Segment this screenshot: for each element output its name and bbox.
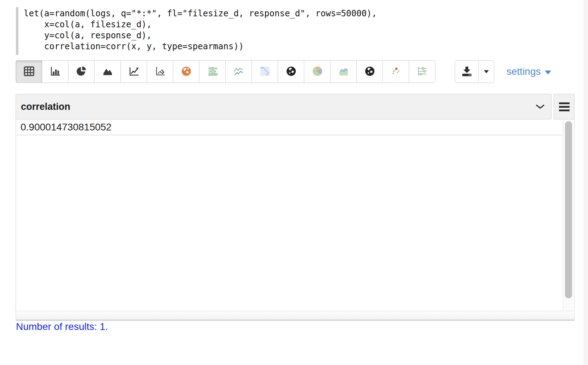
multi-line-chart-button[interactable] — [225, 60, 252, 83]
globe-map-button[interactable] — [278, 60, 304, 83]
code-block: let(a=random(logs, q="*:*", fl="filesize… — [16, 7, 377, 55]
hamburger-icon — [559, 102, 570, 104]
pie-chart-icon — [76, 66, 87, 78]
bar-chart-button[interactable] — [42, 60, 68, 83]
bar-chart-icon — [50, 66, 61, 78]
result-panel-body: 0.900014730815052 — [16, 119, 575, 311]
multi-line-chart-icon — [233, 66, 244, 78]
scatter-chart-icon — [155, 66, 165, 78]
sliders-icon — [417, 66, 428, 78]
download-caret-button[interactable] — [479, 60, 494, 83]
area-chart-button[interactable] — [94, 60, 121, 83]
result-value: 0.900014730815052 — [21, 122, 112, 133]
line-chart-icon — [129, 66, 139, 78]
colored-area-chart-button[interactable] — [330, 60, 357, 83]
download-button[interactable] — [455, 60, 479, 83]
globe-orange-icon — [181, 66, 192, 78]
globe-dark-icon — [285, 66, 297, 78]
download-icon — [461, 66, 473, 78]
result-row: 0.900014730815052 — [16, 119, 563, 135]
colored-scatter-button[interactable] — [383, 60, 409, 83]
scatter-chart-button[interactable] — [147, 60, 173, 83]
code-line: correlation=corr(x, y, type=spearmans)) — [24, 41, 377, 52]
line-chart-button[interactable] — [120, 60, 147, 83]
sliders-chart-button[interactable] — [409, 60, 435, 83]
download-group — [455, 60, 494, 83]
result-panel-header[interactable]: correlation — [16, 94, 552, 119]
vertical-scrollbar[interactable] — [563, 119, 574, 311]
settings-label: settings — [507, 66, 541, 77]
code-line: let(a=random(logs, q="*:*", fl="filesize… — [24, 8, 377, 19]
results-count: Number of results: 1. — [16, 320, 108, 333]
globe-dark-icon — [364, 66, 375, 78]
table-icon — [24, 66, 34, 77]
bubble-matrix-button[interactable] — [199, 60, 226, 83]
pie-chart-button[interactable] — [68, 60, 95, 83]
area-color-icon — [338, 66, 349, 78]
table-view-button[interactable] — [16, 60, 42, 83]
panel-title: correlation — [21, 101, 70, 112]
code-line: x=col(a, filesize_d), — [24, 19, 377, 30]
heatmap-chart-button[interactable] — [251, 60, 278, 83]
pie-color-icon — [312, 66, 323, 78]
bubble-matrix-icon — [207, 66, 218, 78]
area-chart-icon — [102, 66, 113, 78]
colored-pie-chart-button[interactable] — [304, 60, 330, 83]
result-panel-footer — [16, 311, 575, 321]
visualization-toolbar: settings — [16, 60, 582, 83]
code-line: y=col(a, response_d), — [24, 30, 377, 41]
settings-link[interactable]: settings — [507, 60, 551, 83]
chart-type-group — [16, 60, 435, 83]
scrollbar-thumb[interactable] — [565, 121, 572, 298]
globe-map-button-2[interactable] — [356, 60, 383, 83]
chevron-down-icon — [536, 104, 545, 111]
caret-down-icon — [484, 69, 489, 74]
caret-down-icon — [545, 71, 551, 74]
page-scrollbar[interactable] — [583, 0, 588, 365]
world-map-button[interactable] — [173, 60, 199, 83]
scatter-color-icon — [390, 66, 402, 78]
heatmap-icon — [259, 66, 271, 78]
panel-menu-button[interactable] — [554, 94, 575, 119]
result-panel: correlation 0.900014730815052 — [16, 94, 575, 321]
